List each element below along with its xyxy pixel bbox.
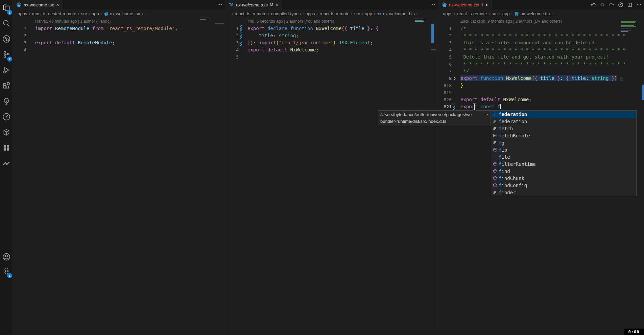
breadcrumb-item[interactable]: src <box>492 11 497 16</box>
next-change-icon[interactable] <box>609 2 615 8</box>
activity-bar-grid-extension[interactable] <box>1 143 12 154</box>
suggest-item-federation[interactable]: federation <box>491 111 636 118</box>
change-icon[interactable] <box>599 2 605 8</box>
code-text[interactable]: export function NxWelcome({ title }: { t… <box>460 75 623 82</box>
git-blame-annotation[interactable]: Hanric, 48 minutes ago | 1 author (Hanri… <box>13 18 225 25</box>
scrollbar-handle[interactable] <box>215 23 224 24</box>
folded-range-indicator[interactable] <box>620 77 623 81</box>
breadcrumb-item[interactable]: nx-welcome.tsx <box>104 11 140 16</box>
close-icon[interactable]: × <box>275 2 279 7</box>
breadcrumb-item[interactable]: … <box>145 11 149 16</box>
activity-bar-run-and-debug[interactable] <box>1 65 12 76</box>
fold-chevron-icon[interactable]: ❯ <box>454 75 456 82</box>
code-text[interactable]: */ <box>460 68 469 75</box>
code-text[interactable]: * * * * * * * * * * * * * * * * * * * * … <box>460 61 626 68</box>
breadcrumb-item[interactable]: src <box>354 11 360 16</box>
activity-bar-accounts[interactable] <box>1 252 12 263</box>
breadcrumb-item[interactable]: … <box>555 11 560 16</box>
code-text[interactable]: export default RemoteModule; <box>35 39 115 46</box>
suggest-item-findConfig[interactable]: findConfig <box>491 182 636 189</box>
breadcrumb-item[interactable]: TSnx-welcome.d.ts <box>377 11 415 16</box>
tab-nx-welcome.tsx[interactable]: nx-welcome.tsx1● <box>438 0 492 9</box>
dirty-dot-icon[interactable]: ● <box>485 3 488 7</box>
tree-icon <box>2 97 10 107</box>
activity-bar-test-explorer[interactable] <box>1 96 12 108</box>
activity-bar-source-control[interactable]: 7 <box>1 49 12 61</box>
editor-pane-2: TSnx-welcome.d.tsM×›react_ts_remote›comp… <box>225 0 438 335</box>
breadcrumb-item[interactable]: apps <box>305 11 315 16</box>
suggest-item-federation[interactable]: federation <box>491 118 636 125</box>
breadcrumb-item[interactable]: compiled-types <box>271 11 301 16</box>
sym-misc-icon <box>491 133 499 138</box>
gutter <box>26 46 35 53</box>
breadcrumb-item[interactable]: react-ts-remote <box>457 11 487 16</box>
code-text[interactable]: export default NxWelcome; <box>247 46 319 53</box>
more-icon[interactable] <box>636 2 642 8</box>
activity-bar-squiggle-extension[interactable] <box>1 158 12 170</box>
code-editor: Hanric, 48 minutes ago | 1 author (Hanri… <box>13 18 225 53</box>
modified-line-marker <box>240 39 242 46</box>
suggest-widget: federationfederationfetchfetchRemotefgfi… <box>491 110 637 196</box>
suggest-item-fg[interactable]: fg <box>491 139 636 146</box>
code-text[interactable]: export declare function NxWelcome({ titl… <box>247 25 379 32</box>
suggest-item-finder[interactable]: finder <box>491 189 636 196</box>
breadcrumb-item[interactable]: react_ts_remote <box>235 11 266 16</box>
suggest-item-fib[interactable]: fib <box>491 146 636 153</box>
breadcrumb-item[interactable]: app <box>365 11 372 16</box>
suggest-item-fetchRemote[interactable]: fetchRemote <box>491 132 636 139</box>
close-icon[interactable]: × <box>484 111 488 118</box>
split-editor-icon[interactable] <box>627 2 633 8</box>
scrollbar-handle[interactable] <box>431 49 436 50</box>
git-blame-annotation[interactable]: Zack Jackson, 9 months ago | 2 authors (… <box>438 18 644 25</box>
suggest-label: fetch <box>499 126 513 131</box>
code-text[interactable]: export const f <box>460 103 501 110</box>
line-number: 5 <box>225 53 239 61</box>
code-text[interactable]: }): import("react/jsx-runtime").JSX.Elem… <box>247 39 373 46</box>
suggest-item-fetch[interactable]: fetch <box>491 125 636 132</box>
vscode-window: 171 nx-welcome.tsx×apps›react-ts-nested-… <box>0 0 644 335</box>
suggest-item-filterRuntime[interactable]: filterRuntime <box>491 160 636 168</box>
more-icon[interactable] <box>430 2 436 8</box>
breadcrumb-item[interactable]: apps <box>443 11 452 16</box>
code-line-4: 4export default NxWelcome; <box>225 46 438 53</box>
breadcrumb-item[interactable]: src <box>81 11 87 16</box>
breadcrumb-item[interactable]: react-ts-remote <box>320 11 350 16</box>
code-text[interactable]: This is a starter component and can be d… <box>460 39 597 46</box>
overview-ruler-modified-marker[interactable] <box>642 85 644 100</box>
breadcrumb-item[interactable]: nx-welcome.tsx <box>514 11 551 16</box>
activity-bar-timeline[interactable] <box>1 112 12 123</box>
code-text[interactable]: /* <box>460 25 466 32</box>
breadcrumb-item[interactable]: … <box>420 11 424 16</box>
code-text[interactable]: } <box>460 82 463 89</box>
minimap-modified-marker[interactable] <box>431 24 434 43</box>
activity-bar-explorer[interactable]: 1 <box>1 3 12 14</box>
sym-text-icon <box>491 119 499 124</box>
history-icon[interactable] <box>618 2 624 8</box>
breadcrumb-item[interactable]: apps <box>18 11 27 16</box>
suggest-item-file[interactable]: file <box>491 153 636 160</box>
tab-nx-welcome.d.ts[interactable]: TSnx-welcome.d.tsM× <box>225 0 282 9</box>
activity-bar-nx-console[interactable] <box>1 127 12 139</box>
code-text[interactable]: title: string; <box>247 32 299 39</box>
suggest-item-find[interactable]: find <box>491 168 636 175</box>
code-line-4: 4 <box>13 46 225 53</box>
activity-bar-search[interactable] <box>1 18 12 30</box>
code-text[interactable]: import RemoteModule from 'react_ts_remot… <box>35 25 177 32</box>
more-icon[interactable] <box>217 2 223 8</box>
close-icon[interactable]: × <box>56 2 59 7</box>
breadcrumb-separator: › <box>511 12 512 16</box>
code-text[interactable]: export default NxWelcome; <box>460 96 532 103</box>
activity-bar-manage-settings[interactable]: 1 <box>1 266 12 277</box>
git-blame-annotation[interactable]: You, 5 seconds ago | 2 authors (You and … <box>225 18 438 25</box>
code-text[interactable]: * * * * * * * * * * * * * * * * * * * * … <box>460 46 626 53</box>
breadcrumb-item[interactable]: app <box>502 11 510 16</box>
activity-bar-extensions[interactable] <box>1 81 12 92</box>
activity-bar-git-annotate[interactable] <box>1 34 12 45</box>
prev-change-icon[interactable] <box>590 2 596 8</box>
suggest-item-findChunk[interactable]: findChunk <box>491 175 636 182</box>
breadcrumb-item[interactable]: react-ts-nested-remote <box>32 11 76 16</box>
tab-nx-welcome.tsx[interactable]: nx-welcome.tsx× <box>13 0 63 9</box>
code-text[interactable]: Delete this file and get started with yo… <box>460 53 609 61</box>
breadcrumb-item[interactable]: app <box>92 11 99 16</box>
code-text[interactable]: * * * * * * * * * * * * * * * * * * * * … <box>460 32 626 39</box>
